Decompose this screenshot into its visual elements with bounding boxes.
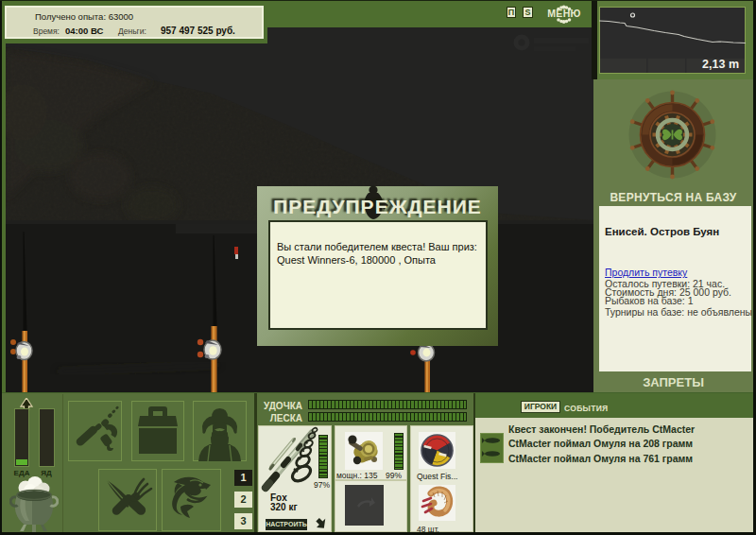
svg-text:2,13 m: 2,13 m (702, 58, 739, 71)
